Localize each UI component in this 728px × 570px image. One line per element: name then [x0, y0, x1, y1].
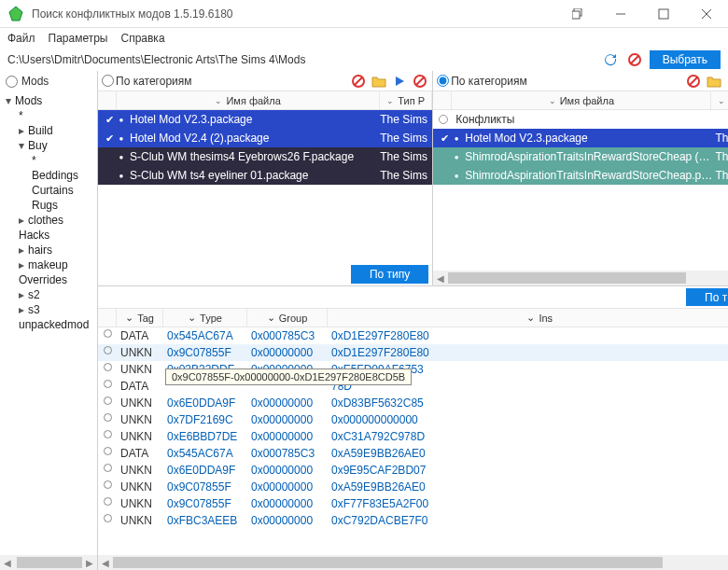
tree-hairs[interactable]: ▸hairs [19, 243, 97, 257]
stop-icon[interactable] [350, 73, 367, 90]
titlebar: Поиск конфликтных модов 1.5.19.6180 [0, 0, 728, 28]
tree-hscroll[interactable]: ◀▶ [0, 555, 97, 570]
right-mode-radio[interactable]: По категориям [437, 75, 527, 88]
tree-beddings[interactable]: Beddings [32, 168, 97, 183]
tree-star[interactable]: * [19, 108, 97, 123]
tooltip: 0x9C07855F-0x00000000-0xD1E297F280E8CD5B [165, 368, 412, 385]
menu-file[interactable]: Файл [7, 32, 35, 45]
svg-marker-0 [9, 7, 22, 21]
svg-line-10 [355, 77, 362, 85]
minimize-button[interactable] [599, 0, 642, 28]
left-file-pane: По категориям ⌄Имя файла ⌄Тип Р ✔●Hotel … [98, 71, 433, 285]
menu-params[interactable]: Параметры [49, 32, 108, 45]
close-button[interactable] [685, 0, 728, 28]
conflicts-section[interactable]: Конфликты [433, 110, 728, 129]
tree-buy-star[interactable]: * [32, 153, 97, 168]
detail-row[interactable]: UNKN0x9C07855F0x000000000xF77F83E5A2F00 [98, 495, 728, 512]
tree-build[interactable]: ▸Build [19, 123, 97, 138]
restore-button[interactable] [556, 0, 599, 28]
tree-s2[interactable]: ▸s2 [19, 287, 97, 302]
menu-help[interactable]: Справка [120, 32, 164, 45]
detail-row[interactable]: UNKN0xE6BBD7DE0x000000000xC31A792C978D [98, 428, 728, 445]
detail-row[interactable]: UNKN0x6E0DDA9F0x000000000xD83BF5632C85 [98, 395, 728, 411]
tree-makeup[interactable]: ▸makeup [19, 257, 97, 272]
right-file-pane: По категориям ⌄Имя файла ⌄Тип Ра Конфлик… [433, 71, 728, 285]
file-row[interactable]: ✔●Hotel Mod V2.3.packageThe Sims [98, 110, 432, 129]
svg-line-8 [631, 56, 638, 63]
bytype-button-detail[interactable]: По типу [686, 288, 728, 306]
right-hscroll[interactable]: ◀▶ [433, 271, 728, 285]
tree-curtains[interactable]: Curtains [32, 183, 97, 198]
detail-row[interactable]: UNKN0x6E0DDA9F0x000000000x9E95CAF2BD07 [98, 462, 728, 479]
svg-marker-11 [396, 76, 404, 86]
file-row[interactable]: ●ShimrodAspirationTraitsInRewardStoreChe… [433, 166, 728, 185]
play-icon[interactable] [391, 73, 408, 90]
col-filename[interactable]: Имя файла [226, 95, 280, 106]
tree-header-radio[interactable] [6, 76, 18, 88]
svg-line-13 [416, 77, 424, 85]
detail-row[interactable]: UNKN0x7DF2169C0x000000000x000000000000 [98, 411, 728, 428]
detail-header: ⌄Tag ⌄Type ⌄Group ⌄Ins [98, 309, 728, 327]
select-button[interactable]: Выбрать [650, 50, 721, 69]
tree-clothes[interactable]: ▸clothes [19, 213, 97, 228]
pathbar: C:\Users\Dmitr\Documents\Electronic Arts… [0, 49, 728, 71]
tree-header: Mods [0, 71, 97, 91]
tree-buy[interactable]: ▾Buy [19, 138, 97, 153]
tree-rugs[interactable]: Rugs [32, 198, 97, 213]
file-row[interactable]: ●S-Club WM thesims4 Eyebrows26 F.package… [98, 147, 432, 166]
check-icon: ✔ [437, 132, 452, 145]
col-type[interactable]: Type [200, 313, 222, 324]
col-type[interactable]: Тип Р [398, 95, 425, 106]
tree-hacks[interactable]: Hacks [19, 228, 97, 243]
tree-unpacked[interactable]: unpackedmod [19, 317, 97, 332]
svg-rect-4 [659, 9, 668, 19]
stop-icon[interactable] [685, 73, 702, 90]
refresh-icon[interactable] [601, 50, 620, 69]
file-row[interactable]: ●ShimrodAspirationTraitsInRewardStoreChe… [433, 147, 728, 166]
tree-s3[interactable]: ▸s3 [19, 302, 97, 317]
left-mode-radio[interactable]: По категориям [102, 75, 192, 88]
path-text: C:\Users\Dmitr\Documents\Electronic Arts… [7, 53, 595, 66]
file-row[interactable]: ●S-Club WM ts4 eyeliner 01.packageThe Si… [98, 166, 432, 185]
check-icon: ✔ [102, 114, 117, 126]
tree-overrides[interactable]: Overrides [19, 272, 97, 287]
detail-row[interactable]: UNKN0x9C07855F0x000000000xA59E9BB26AE0 [98, 479, 728, 495]
file-row[interactable]: ✔●Hotel Mod V2.3.packageThe Sims [433, 129, 728, 147]
detail-row[interactable]: UNKN0xFBC3AEEB0x000000000xC792DACBE7F0 [98, 512, 728, 529]
svg-rect-2 [572, 11, 580, 19]
maximize-button[interactable] [642, 0, 685, 28]
folder-icon[interactable] [706, 73, 722, 90]
folder-icon[interactable] [371, 73, 387, 90]
window-title: Поиск конфликтных модов 1.5.19.6180 [32, 7, 556, 21]
tree-body[interactable]: ▾Mods * ▸Build ▾Buy * Beddings Curtains … [0, 91, 97, 555]
file-row[interactable]: ✔●Hotel Mod V2.4 (2).packageThe Sims [98, 129, 432, 147]
col-group[interactable]: Group [279, 313, 308, 324]
check-icon: ✔ [102, 132, 117, 145]
svg-line-15 [690, 77, 697, 85]
stop-icon[interactable] [625, 50, 644, 69]
detail-hscroll[interactable]: ◀▶ [98, 555, 728, 570]
tree-panel: Mods ▾Mods * ▸Build ▾Buy * Beddings Curt… [0, 71, 98, 570]
col-ins[interactable]: Ins [539, 313, 553, 324]
tree-root[interactable]: ▾Mods [6, 93, 97, 108]
forbid-icon[interactable] [412, 73, 428, 90]
col-tag[interactable]: Tag [137, 313, 154, 324]
bytype-button-left[interactable]: По типу [351, 265, 428, 284]
col-filename[interactable]: Имя файла [560, 95, 614, 106]
detail-row[interactable]: DATA0x545AC67A0x000785C30xA59E9BB26AE0 [98, 445, 728, 462]
app-icon [7, 6, 24, 22]
detail-row[interactable]: UNKN0x9C07855F0x000000000xD1E297F280E80 [98, 344, 728, 361]
detail-panel: По типу ⌄Tag ⌄Type ⌄Group ⌄Ins DATA0x545… [98, 285, 728, 570]
detail-row[interactable]: DATA0x545AC67A0x000785C30xD1E297F280E80 [98, 327, 728, 344]
menubar: Файл Параметры Справка [0, 28, 728, 49]
